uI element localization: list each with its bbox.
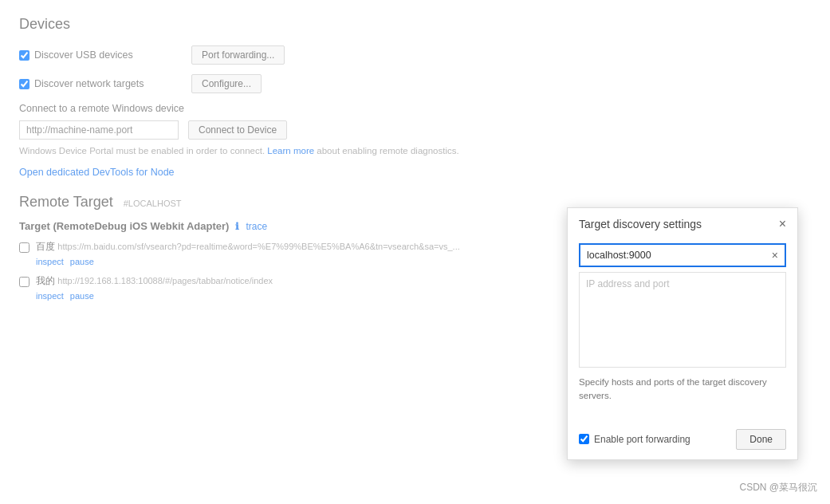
modal-clear-button[interactable]: ×	[765, 246, 785, 265]
done-button[interactable]: Done	[736, 429, 786, 450]
modal-close-button[interactable]: ×	[779, 218, 786, 230]
modal-description: Specify hosts and ports of the target di…	[579, 376, 786, 404]
modal-body: × IP address and port Specify hosts and …	[568, 237, 797, 423]
modal-header: Target discovery settings ×	[568, 208, 797, 237]
modal-host-input[interactable]	[580, 245, 765, 266]
modal-placeholder-text: IP address and port	[586, 278, 670, 289]
modal-input-row: ×	[579, 243, 786, 267]
enable-forwarding-label: Enable port forwarding	[594, 434, 690, 445]
modal-footer: Enable port forwarding Done	[568, 423, 797, 459]
watermark: CSDN @菜马很沉	[739, 481, 817, 494]
enable-forwarding-row: Enable port forwarding	[579, 434, 690, 445]
modal-overlay: Target discovery settings × × IP address…	[0, 0, 830, 504]
modal-list-area: IP address and port	[579, 272, 786, 368]
modal-title: Target discovery settings	[579, 218, 702, 230]
enable-forwarding-checkbox[interactable]	[579, 434, 589, 444]
target-discovery-modal: Target discovery settings × × IP address…	[567, 207, 798, 460]
